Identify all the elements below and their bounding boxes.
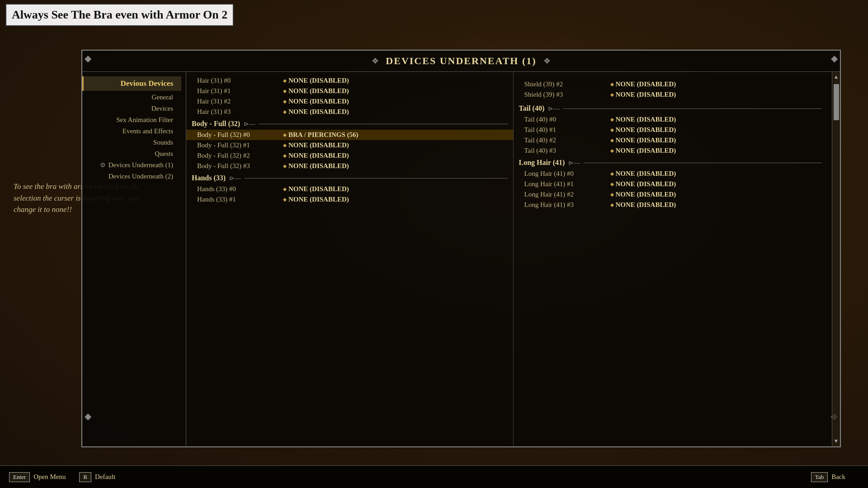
table-row[interactable]: Body - Full (32) #3 NONE (DISABLED) bbox=[186, 161, 513, 171]
table-row[interactable]: Hands (33) #1 NONE (DISABLED) bbox=[186, 194, 513, 205]
title-text: Always See The Bra even with Armor On 2 bbox=[12, 7, 227, 23]
sidebar: Devious Devices General Devices Sex Anim… bbox=[82, 72, 186, 446]
corner-bl-ornament: ◆ bbox=[85, 411, 91, 422]
table-row[interactable]: Shield (39) #3 NONE (DISABLED) bbox=[514, 89, 827, 100]
table-row[interactable]: Shield (39) #2 NONE (DISABLED) bbox=[514, 79, 827, 89]
enter-key-label: Open Menu bbox=[33, 473, 66, 481]
table-row[interactable]: Hair (31) #0 NONE (DISABLED) bbox=[186, 75, 513, 86]
tab-key-label: Back bbox=[831, 473, 845, 481]
panel-header: ❖ DEVICES UNDERNEATH (1) ❖ bbox=[82, 51, 840, 72]
sidebar-item-sounds[interactable]: Sounds bbox=[82, 137, 181, 148]
tab-key-badge: Tab bbox=[811, 472, 828, 482]
section-header-body: Body - Full (32) ⊳— bbox=[186, 117, 513, 130]
section-header-hands: Hands (33) ⊳— bbox=[186, 171, 513, 184]
right-column: Shield (39) #2 NONE (DISABLED) Shield (3… bbox=[514, 72, 840, 446]
table-row[interactable]: Long Hair (41) #0 NONE (DISABLED) bbox=[514, 169, 840, 179]
sidebar-item-devices-underneath-1[interactable]: ⚙ Devices Underneath (1) bbox=[82, 160, 181, 171]
header-ornament-left: ❖ bbox=[372, 56, 379, 66]
sidebar-item-devices-underneath-2[interactable]: Devices Underneath (2) bbox=[82, 171, 181, 182]
section-ornament: ⊳— bbox=[244, 120, 255, 128]
tab-button-group: Tab Back bbox=[811, 472, 845, 482]
table-row[interactable]: Body - Full (32) #2 NONE (DISABLED) bbox=[186, 150, 513, 161]
sidebar-item-events[interactable]: Events and Effects bbox=[82, 126, 181, 137]
content-area: Hair (31) #0 NONE (DISABLED) Hair (31) #… bbox=[186, 72, 840, 446]
section-divider bbox=[563, 108, 822, 109]
sidebar-item-sex-animation[interactable]: Sex Animation Filter bbox=[82, 114, 181, 126]
enter-key-badge: Enter bbox=[9, 472, 30, 482]
enter-button-group: Enter Open Menu bbox=[9, 472, 66, 482]
section-divider bbox=[259, 124, 507, 124]
table-row[interactable]: Tail (40) #1 NONE (DISABLED) bbox=[514, 125, 840, 135]
bottom-bar: Enter Open Menu R Default Tab Back bbox=[0, 465, 868, 488]
table-row[interactable]: Long Hair (41) #2 NONE (DISABLED) bbox=[514, 189, 840, 200]
table-row[interactable]: Tail (40) #2 NONE (DISABLED) bbox=[514, 135, 840, 145]
left-column: Hair (31) #0 NONE (DISABLED) Hair (31) #… bbox=[186, 72, 514, 446]
table-row[interactable]: Tail (40) #3 NONE (DISABLED) bbox=[514, 145, 840, 156]
title-box: Always See The Bra even with Armor On 2 bbox=[5, 4, 234, 26]
section-divider bbox=[584, 163, 822, 163]
table-row[interactable]: Long Hair (41) #3 NONE (DISABLED) bbox=[514, 200, 840, 210]
section-header-long-hair: Long Hair (41) ⊳— bbox=[514, 156, 840, 169]
section-header-tail: Tail (40) ⊳— bbox=[514, 102, 840, 114]
table-row[interactable]: Hair (31) #2 NONE (DISABLED) bbox=[186, 96, 513, 107]
r-key-label: Default bbox=[95, 473, 115, 481]
scroll-down-button[interactable]: ▼ bbox=[834, 438, 839, 445]
panel-body: Devious Devices General Devices Sex Anim… bbox=[82, 72, 840, 446]
table-row-highlighted[interactable]: Body - Full (32) #0 BRA / PIERCINGS (56) bbox=[186, 130, 513, 140]
sidebar-active-item[interactable]: Devious Devices bbox=[82, 76, 181, 91]
header-ornament-right: ❖ bbox=[543, 56, 551, 66]
section-ornament: ⊳— bbox=[568, 159, 580, 167]
sidebar-item-quests[interactable]: Quests bbox=[82, 148, 181, 160]
table-row[interactable]: Body - Full (32) #1 NONE (DISABLED) bbox=[186, 140, 513, 150]
table-row[interactable]: Long Hair (41) #1 NONE (DISABLED) bbox=[514, 179, 840, 189]
main-panel: ◆ ◆ ◆ ◆ ❖ DEVICES UNDERNEATH (1) ❖ Devio… bbox=[81, 50, 841, 447]
table-row[interactable]: Tail (40) #0 NONE (DISABLED) bbox=[514, 114, 840, 125]
scroll-up-button[interactable]: ▲ bbox=[834, 74, 839, 80]
scrollbar[interactable]: ▲ ▼ bbox=[832, 72, 840, 446]
scroll-thumb[interactable] bbox=[834, 84, 839, 120]
table-row[interactable]: Hands (33) #0 NONE (DISABLED) bbox=[186, 184, 513, 194]
section-divider bbox=[245, 178, 507, 178]
table-row[interactable]: Hair (31) #1 NONE (DISABLED) bbox=[186, 86, 513, 96]
r-button-group: R Default bbox=[79, 472, 115, 482]
r-key-badge: R bbox=[79, 472, 91, 482]
sidebar-item-devices[interactable]: Devices bbox=[82, 103, 181, 114]
table-row[interactable]: Hair (31) #3 NONE (DISABLED) bbox=[186, 107, 513, 117]
section-ornament: ⊳— bbox=[229, 174, 241, 182]
gear-icon: ⚙ bbox=[100, 161, 106, 169]
section-ornament: ⊳— bbox=[548, 105, 560, 113]
sidebar-item-general[interactable]: General bbox=[82, 92, 181, 103]
panel-header-title: DEVICES UNDERNEATH (1) bbox=[386, 55, 536, 67]
